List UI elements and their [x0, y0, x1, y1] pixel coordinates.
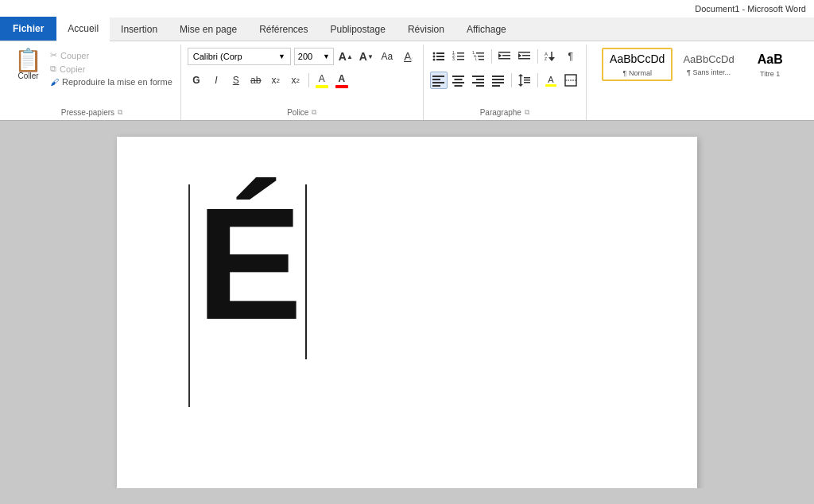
couper-button[interactable]: ✂ Couper: [48, 49, 174, 61]
shading-button[interactable]: A: [542, 72, 560, 89]
font-divider1: [308, 73, 309, 87]
superscript-button[interactable]: x2: [287, 72, 304, 89]
bullets-button[interactable]: [430, 48, 448, 65]
font-name-selector[interactable]: Calibri (Corp ▼: [188, 48, 291, 65]
highlight-icon: A: [319, 73, 325, 84]
svg-rect-40: [472, 82, 484, 83]
svg-rect-24: [522, 55, 530, 56]
line-spacing-button[interactable]: [516, 72, 533, 89]
svg-rect-5: [436, 59, 444, 60]
svg-rect-38: [472, 76, 484, 77]
copier-button[interactable]: ⧉ Copier: [48, 63, 174, 75]
svg-rect-20: [502, 55, 510, 56]
text-color-button[interactable]: A: [333, 72, 351, 89]
document-text[interactable]: É: [196, 184, 302, 343]
svg-rect-41: [476, 85, 484, 87]
align-right-button[interactable]: [470, 72, 487, 89]
tab-publipostage[interactable]: Publipostage: [320, 20, 397, 41]
align-center-button[interactable]: [450, 72, 467, 89]
font-content: Calibri (Corp ▼ 200 ▼ A▲ A▼ Aa A ✕ G I S: [188, 45, 417, 107]
pilcrow-button[interactable]: ¶: [562, 48, 579, 65]
document-page: É: [117, 137, 697, 488]
clipboard-label: Presse-papiers ⧉: [61, 107, 122, 120]
tab-mise-en-page[interactable]: Mise en page: [169, 20, 248, 41]
underline-button[interactable]: S: [227, 72, 245, 89]
svg-rect-32: [432, 82, 444, 83]
italic-button[interactable]: I: [207, 72, 225, 89]
svg-marker-18: [498, 53, 502, 58]
text-highlight-button[interactable]: A: [313, 72, 331, 89]
svg-marker-29: [548, 57, 555, 61]
reproduire-button[interactable]: 🖌 Reproduire la mise en forme: [48, 76, 174, 87]
svg-rect-42: [492, 76, 504, 77]
svg-rect-7: [457, 52, 464, 54]
strikethrough-button[interactable]: ab: [247, 72, 265, 89]
tab-fichier[interactable]: Fichier: [0, 17, 56, 41]
font-expand-icon[interactable]: ⧉: [312, 108, 316, 117]
font-shrink-button[interactable]: A▼: [358, 48, 375, 65]
document-area: É: [0, 121, 814, 488]
tab-revision[interactable]: Révision: [397, 20, 455, 41]
border-button[interactable]: [562, 72, 579, 89]
shading-color-bar: [545, 84, 556, 87]
paragraph-expand-icon[interactable]: ⧉: [525, 108, 529, 117]
justify-button[interactable]: [490, 72, 507, 89]
svg-rect-1: [436, 52, 444, 54]
clipboard-expand-icon[interactable]: ⧉: [118, 108, 122, 117]
svg-text:Z: Z: [545, 56, 547, 61]
font-grow-button[interactable]: A▲: [337, 48, 355, 65]
ribbon-group-styles: AaBbCcDd ¶ Normal AaBbCcDd ¶ Sans inter.…: [587, 45, 811, 120]
coller-button[interactable]: 📋 Coller: [10, 48, 47, 82]
svg-rect-52: [524, 82, 530, 83]
bold-button[interactable]: G: [188, 72, 205, 89]
font-top-row: Calibri (Corp ▼ 200 ▼ A▲ A▼ Aa A ✕: [188, 48, 417, 65]
style-titre1[interactable]: AaB Titre 1: [745, 48, 796, 81]
svg-text:3.: 3.: [452, 56, 455, 61]
tab-affichage[interactable]: Affichage: [455, 20, 517, 41]
style-normal[interactable]: AaBbCcDd ¶ Normal: [602, 48, 673, 81]
svg-marker-22: [518, 53, 521, 58]
font-name-chevron: ▼: [278, 52, 285, 60]
svg-rect-34: [452, 76, 464, 77]
tab-insertion[interactable]: Insertion: [110, 20, 169, 41]
font-aa-button[interactable]: Aa: [378, 48, 396, 65]
shading-icon: A: [548, 75, 553, 84]
align-left-button[interactable]: [430, 72, 448, 89]
svg-rect-21: [498, 58, 510, 60]
style-sans-inter[interactable]: AaBbCcDd ¶ Sans inter...: [676, 49, 741, 79]
decrease-indent-button[interactable]: [496, 48, 514, 65]
ribbon-content: 📋 Coller ✂ Couper ⧉ Copier 🖌 Reproduire …: [0, 41, 814, 121]
highlight-color-bar: [316, 85, 328, 88]
font-size-selector[interactable]: 200 ▼: [294, 48, 334, 65]
svg-rect-37: [454, 85, 462, 87]
svg-rect-19: [498, 52, 510, 53]
coller-icon: 📋: [14, 49, 42, 72]
tab-accueil[interactable]: Accueil: [56, 17, 110, 41]
svg-point-0: [432, 52, 435, 55]
para-divider4: [537, 73, 538, 87]
multilevel-button[interactable]: 1.a.i.: [470, 48, 487, 65]
para-top-row: 1.2.3. 1.a.i. AZ ¶: [430, 48, 579, 65]
scissors-icon: ✂: [50, 50, 57, 60]
increase-indent-button[interactable]: [516, 48, 533, 65]
clipboard-sub: ✂ Couper ⧉ Copier 🖌 Reproduire la mise e…: [48, 48, 174, 87]
clipboard-content: 📋 Coller ✂ Couper ⧉ Copier 🖌 Reproduire …: [10, 45, 174, 107]
window-title: Document1 - Microsoft Word: [695, 4, 806, 14]
font-clear-button[interactable]: A ✕: [399, 48, 417, 65]
svg-rect-44: [492, 82, 504, 83]
sort-button[interactable]: AZ: [542, 48, 560, 65]
font-format-row: G I S ab x2 x2 A A: [188, 72, 351, 89]
svg-rect-30: [432, 76, 444, 77]
numbering-button[interactable]: 1.2.3.: [450, 48, 467, 65]
font-label: Police ⧉: [287, 107, 316, 120]
svg-rect-25: [518, 58, 530, 60]
subscript-button[interactable]: x2: [267, 72, 285, 89]
svg-rect-9: [457, 56, 464, 57]
vertical-divider-line: [188, 184, 190, 407]
svg-marker-48: [518, 74, 523, 76]
svg-text:i.: i.: [475, 56, 478, 61]
tab-references[interactable]: Références: [248, 20, 319, 41]
styles-gallery: AaBbCcDd ¶ Normal AaBbCcDd ¶ Sans inter.…: [602, 45, 796, 81]
ribbon-group-paragraph: 1.2.3. 1.a.i. AZ ¶: [424, 45, 587, 120]
svg-rect-33: [432, 85, 440, 87]
